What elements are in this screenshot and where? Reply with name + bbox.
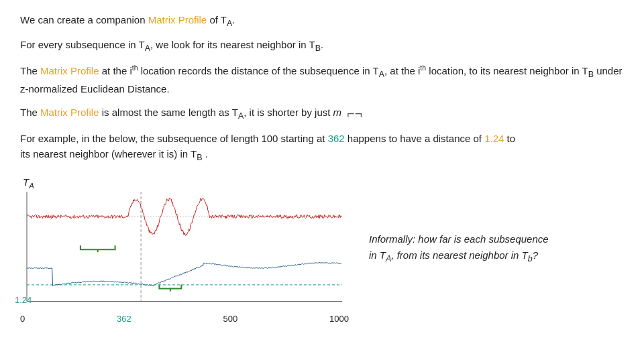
- matrix-profile-link-1: Matrix Profile: [148, 14, 207, 25]
- paragraph-1: We can create a companion Matrix Profile…: [20, 12, 624, 30]
- paragraph-2: For every subsequence in TA, we look for…: [20, 37, 624, 55]
- paragraph-3: The Matrix Profile at the ith location r…: [20, 62, 624, 97]
- paragraph-4: The Matrix Profile is almost the same le…: [20, 103, 624, 123]
- highlight-1-24: 1.24: [484, 133, 504, 144]
- y-axis-label: 1.24: [15, 295, 32, 305]
- x-axis-labels: 0 362 500 1000: [20, 314, 349, 324]
- brace-icon: ⌐¬: [347, 103, 362, 123]
- viz-label-ta: TA: [23, 176, 34, 190]
- x-axis-362: 362: [117, 314, 131, 324]
- informally-text: Informally: how far is each subsequence …: [369, 231, 624, 272]
- matrix-profile-link-3: Matrix Profile: [40, 107, 99, 118]
- visualization: TA 1.24 0 362 500 1000: [20, 176, 349, 324]
- paragraph-5: For example, in the below, the subsequen…: [20, 131, 624, 165]
- signal-chart: [20, 188, 349, 322]
- matrix-profile-link-2: Matrix Profile: [40, 65, 99, 76]
- highlight-362: 362: [328, 133, 345, 144]
